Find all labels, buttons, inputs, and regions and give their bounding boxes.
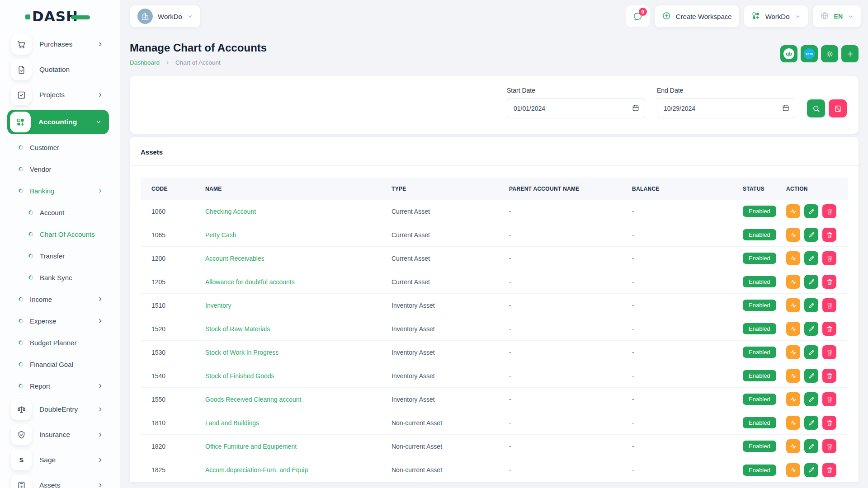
sidebar-item-report[interactable]: Report — [0, 375, 120, 397]
search-button[interactable] — [807, 99, 825, 117]
status-badge[interactable]: Enabled — [743, 323, 776, 334]
edit-button[interactable] — [804, 298, 818, 312]
sidebar-item-assets[interactable]: Assets — [0, 473, 120, 488]
settings-button[interactable] — [821, 45, 838, 62]
delete-button[interactable] — [822, 275, 836, 289]
delete-button[interactable] — [822, 392, 836, 406]
delete-button[interactable] — [822, 228, 836, 242]
edit-button[interactable] — [804, 416, 818, 430]
table-header-row: CODENAMETYPEPARENT ACCOUNT NAMEBALANCEST… — [141, 178, 848, 200]
end-date-input[interactable] — [657, 98, 795, 118]
edit-button[interactable] — [804, 392, 818, 406]
status-badge[interactable]: Enabled — [743, 441, 776, 452]
delete-button[interactable] — [822, 416, 836, 430]
edit-button[interactable] — [804, 322, 818, 336]
account-name-link[interactable]: Allowance for doubtful accounts — [205, 278, 295, 286]
sidebar-item-customer[interactable]: Customer — [0, 136, 120, 158]
delete-button[interactable] — [822, 298, 836, 312]
status-badge[interactable]: Enabled — [743, 347, 776, 358]
account-name-link[interactable]: Accum.depreciation-Furn. and Equip — [205, 466, 308, 474]
activity-button[interactable] — [786, 275, 800, 289]
delete-button[interactable] — [822, 369, 836, 383]
delete-button[interactable] — [822, 251, 836, 265]
sidebar-item-sage[interactable]: S Sage — [0, 447, 120, 473]
sidebar-item-quotation[interactable]: Quotation — [0, 57, 120, 82]
edit-button[interactable] — [804, 251, 818, 265]
account-name-link[interactable]: Inventory — [205, 302, 231, 309]
sidebar-item-expense[interactable]: Expense — [0, 310, 120, 332]
edit-button[interactable] — [804, 345, 818, 359]
activity-button[interactable] — [786, 298, 800, 312]
code-cell: 1810 — [151, 419, 205, 427]
sidebar-item-banking[interactable]: Banking — [0, 180, 120, 202]
status-badge[interactable]: Enabled — [743, 300, 776, 311]
messages-button[interactable]: 0 — [626, 5, 650, 28]
name-cell: Stock of Finished Goods — [205, 372, 392, 380]
sidebar-item-purchases[interactable]: Purchases — [0, 32, 120, 57]
status-badge[interactable]: Enabled — [743, 417, 776, 428]
sidebar-item-chart-of-accounts[interactable]: Chart Of Accounts — [0, 223, 120, 245]
edit-button[interactable] — [804, 439, 818, 453]
edit-button[interactable] — [804, 369, 818, 383]
account-name-link[interactable]: Petty Cash — [205, 231, 236, 239]
status-badge[interactable]: Enabled — [743, 370, 776, 381]
grid-plus-icon — [751, 11, 760, 22]
sidebar-item-bank-sync[interactable]: Bank Sync — [0, 267, 120, 288]
start-date-input[interactable] — [507, 98, 645, 118]
workspace-switcher[interactable]: WorkDo — [130, 5, 201, 28]
language-selector[interactable]: EN — [812, 5, 861, 28]
sidebar-item-doubleentry[interactable]: DoubleEntry — [0, 397, 120, 422]
sidebar-item-account[interactable]: Account — [0, 202, 120, 223]
activity-button[interactable] — [786, 204, 800, 218]
edit-button[interactable] — [804, 228, 818, 242]
sidebar-item-budget-planner[interactable]: Budget Planner — [0, 332, 120, 353]
add-button[interactable] — [841, 45, 859, 62]
reset-filter-button[interactable] — [829, 99, 847, 117]
status-badge[interactable]: Enabled — [743, 229, 776, 240]
delete-button[interactable] — [822, 463, 836, 477]
activity-button[interactable] — [786, 369, 800, 383]
quickbooks-button[interactable]: qb — [780, 45, 797, 62]
delete-button[interactable] — [822, 322, 836, 336]
activity-button[interactable] — [786, 228, 800, 242]
language-code: EN — [834, 13, 843, 20]
breadcrumb-link-dashboard[interactable]: Dashboard — [130, 59, 160, 66]
account-name-link[interactable]: Stock of Finished Goods — [205, 372, 274, 380]
account-name-link[interactable]: Office Furniture and Equipement — [205, 443, 297, 450]
brand-logo[interactable]: DASH — [0, 0, 120, 28]
activity-button[interactable] — [786, 322, 800, 336]
activity-button[interactable] — [786, 416, 800, 430]
account-name-link[interactable]: Checking Account — [205, 208, 256, 215]
delete-button[interactable] — [822, 345, 836, 359]
activity-button[interactable] — [786, 463, 800, 477]
activity-button[interactable] — [786, 251, 800, 265]
account-name-link[interactable]: Stock of Work In Progress — [205, 349, 278, 356]
edit-button[interactable] — [804, 204, 818, 218]
delete-button[interactable] — [822, 439, 836, 453]
sidebar-item-income[interactable]: Income — [0, 288, 120, 310]
activity-button[interactable] — [786, 345, 800, 359]
sidebar-item-projects[interactable]: Projects — [0, 82, 120, 108]
status-badge[interactable]: Enabled — [743, 253, 776, 264]
edit-button[interactable] — [804, 275, 818, 289]
create-workspace-button[interactable]: Create Workspace — [654, 5, 740, 28]
status-badge[interactable]: Enabled — [743, 465, 776, 476]
sidebar-item-transfer[interactable]: Transfer — [0, 245, 120, 267]
status-badge[interactable]: Enabled — [743, 394, 776, 405]
xero-button[interactable]: xero — [801, 45, 818, 62]
sidebar-item-vendor[interactable]: Vendor — [0, 158, 120, 180]
account-name-link[interactable]: Goods Received Clearing account — [205, 396, 301, 403]
edit-button[interactable] — [804, 463, 818, 477]
sidebar-item-accounting[interactable]: Accounting — [7, 109, 109, 135]
delete-button[interactable] — [822, 204, 836, 218]
account-name-link[interactable]: Land and Buildings — [205, 419, 259, 427]
sidebar-item-financial-goal[interactable]: Financial Goal — [0, 353, 120, 375]
sidebar-item-insurance[interactable]: Insurance — [0, 422, 120, 447]
activity-button[interactable] — [786, 439, 800, 453]
workdo-menu-button[interactable]: WorkDo — [744, 5, 808, 28]
status-badge[interactable]: Enabled — [743, 276, 776, 287]
status-badge[interactable]: Enabled — [743, 206, 776, 217]
account-name-link[interactable]: Stock of Raw Materials — [205, 325, 270, 333]
activity-button[interactable] — [786, 392, 800, 406]
account-name-link[interactable]: Account Receivables — [205, 255, 264, 262]
